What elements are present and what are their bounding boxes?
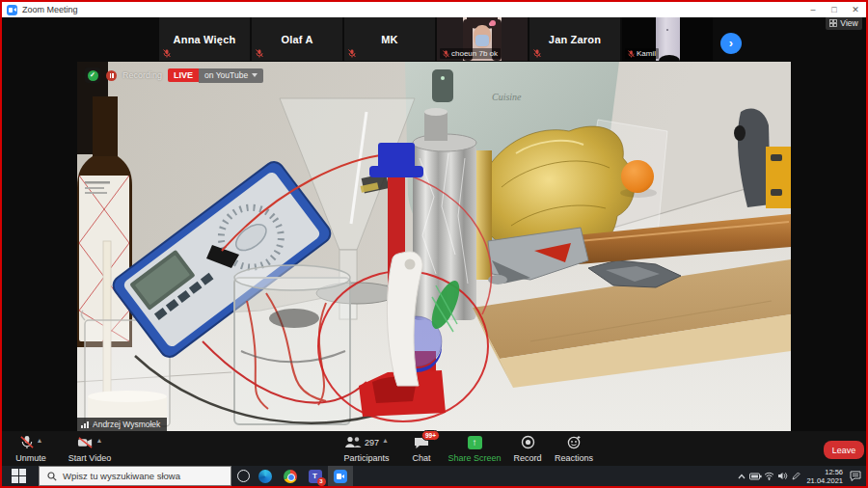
chrome-button[interactable] xyxy=(282,468,298,484)
muted-mic-icon xyxy=(256,49,263,58)
share-screen-icon: ↑ xyxy=(468,436,482,449)
participant-name: Kamil xyxy=(637,49,656,58)
unmute-label: Unmute xyxy=(15,453,46,463)
head-silhouette xyxy=(659,55,680,61)
muted-mic-icon xyxy=(628,50,635,58)
edge-button[interactable] xyxy=(257,468,273,484)
teams-notification-badge: 3 xyxy=(317,477,326,486)
recording-icon xyxy=(106,70,117,81)
live-destination-dropdown[interactable]: on YouTube xyxy=(199,68,263,83)
muted-mic-icon xyxy=(533,49,541,58)
chevron-down-icon xyxy=(252,73,258,77)
record-icon xyxy=(521,435,535,449)
battery-icon[interactable] xyxy=(748,466,762,486)
taskbar-search[interactable]: Wpisz tu wyszukiwane słowa xyxy=(39,466,231,486)
system-tray: 12:56 21.04.2021 xyxy=(735,466,866,486)
muted-mic-icon xyxy=(163,49,171,58)
main-video-feed[interactable]: Cuisine xyxy=(77,62,791,431)
speaker-name-tag: Andrzej Wysmołek xyxy=(77,418,167,431)
next-page-arrow-button[interactable]: › xyxy=(720,33,742,54)
participant-tile-olaf[interactable]: Olaf A xyxy=(252,17,342,61)
view-label: View xyxy=(840,18,857,28)
participant-tile-kamil[interactable]: Kamil xyxy=(622,17,713,61)
record-label: Record xyxy=(513,453,541,463)
lab-scene: Cuisine xyxy=(77,62,791,431)
participant-tile-mk[interactable]: MK xyxy=(344,17,435,61)
muted-mic-icon xyxy=(19,435,34,449)
participant-name: MK xyxy=(381,34,398,45)
participant-name: Olaf A xyxy=(281,34,312,45)
participant-strip: Anna Więch Olaf A MK choeun 7b ok Jan Za… xyxy=(159,17,713,61)
clock-time: 12:56 xyxy=(802,468,843,476)
zoom-app-icon xyxy=(7,5,17,15)
live-destination-label: on YouTube xyxy=(204,70,248,80)
start-video-button[interactable]: ▲ Start Video xyxy=(56,433,123,464)
reactions-smiley-icon xyxy=(567,435,582,449)
close-button[interactable]: ✕ xyxy=(845,2,866,17)
leave-button[interactable]: Leave xyxy=(824,441,864,459)
chat-label: Chat xyxy=(412,453,430,463)
recording-label: Recording xyxy=(122,70,162,80)
chrome-icon xyxy=(284,470,297,483)
cortana-icon xyxy=(237,470,250,482)
cortana-button[interactable] xyxy=(235,468,252,484)
zoom-taskbar-button[interactable] xyxy=(328,466,353,486)
chat-unread-badge: 99+ xyxy=(421,430,440,441)
participant-tile-choeun[interactable]: choeun 7b ok xyxy=(437,17,528,61)
live-badge: LIVE xyxy=(168,68,199,82)
action-center-button[interactable] xyxy=(847,466,864,486)
zoom-toolbar: ▲ Unmute ▲ Start Video 297 xyxy=(2,431,866,466)
view-button[interactable]: View xyxy=(826,16,862,30)
window-titlebar: Zoom Meeting – □ ✕ xyxy=(2,2,866,17)
pen-icon[interactable] xyxy=(789,466,802,486)
participants-chevron[interactable]: ▲ xyxy=(382,437,389,444)
stream-status-bar: ✓ Recording LIVE on YouTube xyxy=(85,68,263,83)
participants-count: 297 xyxy=(365,438,379,447)
speaker-name: Andrzej Wysmołek xyxy=(93,420,160,429)
edge-icon xyxy=(258,470,272,483)
participants-icon xyxy=(344,436,362,448)
start-button[interactable] xyxy=(12,469,26,483)
windows-taskbar: Wpisz tu wyszukiwane słowa T 3 xyxy=(2,466,866,486)
screen: Zoom Meeting – □ ✕ Anna Więch Olaf A MK xyxy=(0,0,868,488)
encryption-shield-icon[interactable]: ✓ xyxy=(85,68,100,83)
taskbar-clock[interactable]: 12:56 21.04.2021 xyxy=(802,468,847,485)
participant-tile-anna[interactable]: Anna Więch xyxy=(159,17,250,61)
svg-text:Cuisine: Cuisine xyxy=(492,92,522,102)
action-center-icon xyxy=(850,471,861,481)
zoom-icon xyxy=(334,470,347,483)
search-placeholder: Wpisz tu wyszukiwane słowa xyxy=(63,471,180,481)
signal-bars-icon xyxy=(81,421,89,428)
wifi-icon[interactable] xyxy=(762,466,775,486)
video-options-chevron[interactable]: ▲ xyxy=(96,437,103,444)
tray-chevron-icon[interactable] xyxy=(735,466,748,486)
clock-date: 21.04.2021 xyxy=(802,476,843,485)
mic-options-chevron[interactable]: ▲ xyxy=(37,437,43,444)
minimize-button[interactable]: – xyxy=(802,2,824,17)
start-video-label: Start Video xyxy=(68,453,111,463)
participant-tile-jan[interactable]: Jan Zaron xyxy=(529,17,620,61)
participant-name: Anna Więch xyxy=(174,34,236,45)
participants-button[interactable]: 297 ▲ Participants xyxy=(333,433,400,464)
participants-label: Participants xyxy=(343,453,389,463)
reactions-button[interactable]: Reactions xyxy=(540,433,608,464)
teams-button[interactable]: T 3 xyxy=(307,468,323,484)
muted-camera-icon xyxy=(77,436,94,449)
maximize-button[interactable]: □ xyxy=(824,2,845,17)
speaker-icon[interactable] xyxy=(775,466,789,486)
teams-icon: T 3 xyxy=(309,470,322,483)
participant-name: choeun 7b ok xyxy=(451,49,498,58)
muted-mic-icon xyxy=(443,50,449,58)
reactions-label: Reactions xyxy=(555,453,593,463)
search-icon xyxy=(47,472,57,481)
participant-name: Jan Zaron xyxy=(549,34,601,45)
window-title: Zoom Meeting xyxy=(22,5,78,14)
grid-icon xyxy=(829,19,837,27)
muted-mic-icon xyxy=(348,49,356,58)
unmute-button[interactable]: ▲ Unmute xyxy=(4,433,58,464)
